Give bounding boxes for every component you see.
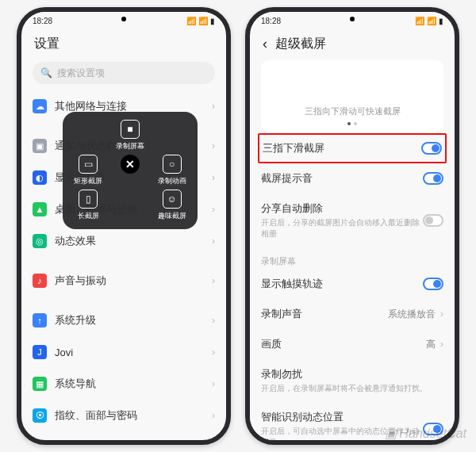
chevron-right-icon: ›	[212, 410, 215, 421]
row-left: 录制声音	[261, 307, 388, 321]
settings-item[interactable]: ↑ 系统升级 ›	[33, 305, 215, 336]
chevron-right-icon: ›	[212, 347, 215, 358]
row-value: 系统播放音	[388, 308, 436, 321]
overlay-option[interactable]: ▯ 长截屏	[67, 190, 109, 221]
settings-row[interactable]: 智能识别动态位置 开启后，可自动选中屏幕中的动态位置作为动画录…	[250, 402, 455, 445]
item-icon: ↑	[33, 313, 47, 328]
overlay-label: 趣味截屏	[158, 211, 186, 221]
tutorial-hint: 三指向下滑动可快速截屏	[305, 105, 401, 117]
overlay-option[interactable]: ○ 录制动画	[151, 155, 193, 186]
item-icon: ▦	[33, 377, 47, 391]
toggle-switch[interactable]	[423, 278, 443, 290]
status-time: 18:28	[33, 17, 52, 25]
item-icon: ▲	[33, 202, 47, 216]
item-icon: ◐	[33, 170, 47, 185]
search-icon: 🔍	[40, 67, 52, 79]
toggle-switch[interactable]	[423, 172, 443, 185]
chevron-right-icon: ›	[212, 172, 215, 183]
item-label: 系统升级	[55, 313, 96, 328]
overlay-close[interactable]: ✕	[109, 155, 152, 186]
overlay-icon: ☺	[163, 190, 182, 209]
search-input[interactable]: 🔍 搜索设置项	[33, 62, 215, 84]
item-label: 指纹、面部与密码	[55, 408, 137, 423]
settings-row[interactable]: 录制声音 系统播放音›	[250, 299, 455, 329]
item-label: 声音与振动	[55, 274, 106, 288]
row-label: 录制勿扰	[261, 367, 443, 381]
row-label: 分享自动删除	[261, 201, 423, 216]
settings-row[interactable]: 截屏提示音	[250, 163, 455, 193]
item-icon: ☁	[33, 99, 47, 113]
overlay-icon: ○	[163, 155, 182, 174]
settings-item[interactable]: ▦ 系统导航 ›	[33, 368, 215, 400]
overlay-empty	[109, 190, 152, 221]
row-left: 分享自动删除 开启后，分享的截屏图片会自动移入最近删除相册	[261, 201, 423, 239]
page-title: 设置	[21, 29, 226, 56]
row-left: 显示触摸轨迹	[261, 277, 423, 291]
settings-row[interactable]: 分享自动删除 开启后，分享的截屏图片会自动移入最近删除相册	[250, 193, 455, 247]
status-time: 18:28	[261, 17, 281, 25]
row-label: 录制声音	[261, 307, 388, 321]
back-icon[interactable]: ‹	[263, 36, 267, 52]
row-left: 智能识别动态位置 开启后，可自动选中屏幕中的动态位置作为动画录…	[261, 410, 423, 445]
overlay-label: 长截屏	[78, 211, 99, 221]
phone-right: 18:28 📶 📶 ▮ ‹ 超级截屏 三指向下滑动可快速截屏 三指下滑截屏 截屏…	[245, 7, 459, 445]
item-icon: J	[33, 345, 47, 359]
row-sublabel: 开启后，可自动选中屏幕中的动态位置作为动画录…	[261, 426, 423, 445]
toggle-switch[interactable]	[423, 214, 443, 227]
row-left: 录制勿扰 开启后，在录制屏幕时将不会被悬浮通知打扰。	[261, 367, 443, 394]
pager-dots	[347, 122, 357, 125]
row-label: 画质	[261, 337, 426, 351]
chevron-right-icon: ›	[212, 315, 215, 326]
row-value: 高	[426, 338, 436, 351]
settings-row[interactable]: 录制勿扰 开启后，在录制屏幕时将不会被悬浮通知打扰。	[250, 359, 455, 402]
settings-section-2: 显示触摸轨迹 录制声音 系统播放音› 画质 高› 录制勿扰 开启后，在录制屏幕时…	[250, 269, 455, 445]
status-icons: 📶 📶 ▮	[186, 17, 215, 25]
search-placeholder: 搜索设置项	[57, 67, 105, 80]
settings-row[interactable]: 画质 高›	[250, 329, 455, 359]
row-left: 截屏提示音	[261, 171, 423, 186]
section-label: 录制屏幕	[250, 247, 455, 269]
toggle-switch[interactable]	[423, 423, 443, 435]
overlay-option[interactable]: ▭ 矩形截屏	[67, 155, 109, 186]
dot	[354, 122, 357, 125]
settings-item[interactable]: ▣ 游戏魔盒 ›	[33, 439, 215, 445]
screenshot-overlay: ■ 录制屏幕▭ 矩形截屏✕ ○ 录制动画▯ 长截屏☺ 趣味截屏	[63, 112, 198, 229]
overlay-icon: ▭	[79, 155, 98, 174]
item-label: 系统导航	[55, 377, 96, 391]
settings-item[interactable]: ♪ 声音与振动 ›	[33, 265, 215, 297]
chevron-right-icon: ›	[440, 308, 443, 320]
item-icon: ◎	[33, 234, 47, 248]
chevron-right-icon: ›	[212, 275, 215, 286]
settings-item[interactable]: ⦿ 指纹、面部与密码 ›	[33, 400, 215, 431]
row-label: 智能识别动态位置	[261, 410, 423, 424]
overlay-option[interactable]: ■ 录制屏幕	[109, 120, 152, 151]
row-label: 显示触摸轨迹	[261, 277, 423, 291]
overlay-icon: ✕	[121, 155, 140, 174]
settings-row[interactable]: 三指下滑截屏	[258, 133, 447, 163]
overlay-option[interactable]: ☺ 趣味截屏	[151, 190, 193, 221]
page-title: 超级截屏	[275, 36, 326, 52]
chevron-right-icon: ›	[212, 378, 215, 389]
camera-notch	[350, 17, 355, 21]
row-left: 三指下滑截屏	[263, 141, 421, 155]
chevron-right-icon: ›	[212, 101, 215, 112]
settings-item[interactable]: ◎ 动态效果 ›	[33, 225, 215, 257]
status-icons: 📶 📶 ▮	[415, 17, 443, 25]
toggle-switch[interactable]	[421, 142, 442, 155]
overlay-label: 矩形截屏	[74, 176, 102, 186]
row-sublabel: 开启后，分享的截屏图片会自动移入最近删除相册	[261, 217, 423, 239]
dot-active	[347, 122, 351, 125]
item-label: Jovi	[55, 347, 73, 358]
row-label: 三指下滑截屏	[263, 141, 421, 155]
row-label: 截屏提示音	[261, 171, 423, 186]
settings-section-1: 三指下滑截屏 截屏提示音 分享自动删除 开启后，分享的截屏图片会自动移入最近删除…	[250, 133, 455, 247]
settings-row[interactable]: 显示触摸轨迹	[250, 269, 455, 299]
camera-notch	[121, 17, 126, 21]
chevron-right-icon: ›	[440, 339, 443, 350]
item-icon: ▣	[33, 139, 47, 153]
chevron-right-icon: ›	[212, 204, 215, 215]
phone-left: 18:28 📶 📶 ▮ 设置 🔍 搜索设置项 ☁ 其他网络与连接 ›▣ 通知与状…	[17, 7, 231, 445]
tutorial-card: 三指向下滑动可快速截屏	[261, 60, 443, 132]
settings-item[interactable]: J Jovi ›	[33, 336, 215, 368]
row-left: 画质	[261, 337, 426, 351]
